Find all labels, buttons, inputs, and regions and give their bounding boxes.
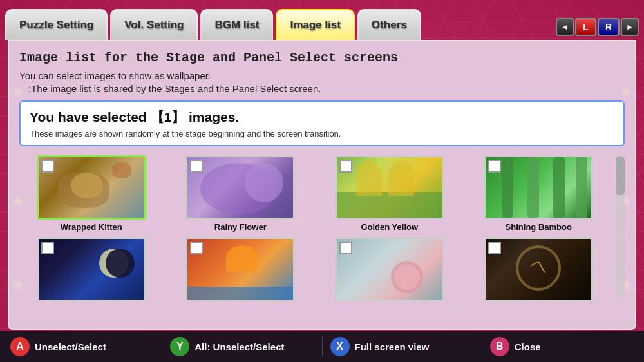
image-thumb-golden-yellow[interactable] [335, 155, 444, 220]
nav-left-arrow[interactable]: ◄ [556, 18, 574, 36]
image-item-clock[interactable] [467, 237, 611, 301]
image-label-shining-bamboo: Shining Bamboo [506, 222, 572, 232]
tab-bgm-list[interactable]: BGM list [200, 9, 273, 40]
checkbox-moon[interactable] [41, 242, 54, 254]
image-label-golden-yellow: Golden Yellow [361, 222, 418, 232]
image-thumb-clock[interactable] [484, 237, 593, 301]
divider-2 [322, 337, 323, 356]
image-thumb-wrapped-kitten[interactable] [37, 155, 146, 220]
btn-y-label: All: Unselect/Select [194, 341, 284, 352]
btn-group-y: Y All: Unselect/Select [170, 337, 314, 356]
bottom-bar: A Unselect/Select Y All: Unselect/Select… [0, 331, 644, 362]
scrollbar[interactable] [616, 155, 625, 297]
tab-puzzle-setting[interactable]: Puzzle Setting [5, 9, 108, 40]
panel-desc1: You can select images to show as wallpap… [19, 70, 625, 81]
checkbox-clock[interactable] [488, 242, 501, 254]
image-item-golden-yellow[interactable]: Golden Yellow [317, 155, 462, 232]
navigation-arrows: ◄ L R ► [556, 18, 639, 40]
tab-others[interactable]: Others [357, 9, 421, 40]
image-item-wrapped-kitten[interactable]: Wrapped Kitten [19, 155, 164, 232]
divider-1 [162, 337, 162, 356]
image-grid-container: Wrapped Kitten Rainy Flower Golden Yello… [19, 155, 625, 301]
nav-right-arrow[interactable]: ► [621, 18, 639, 36]
checkbox-rainy-flower[interactable] [190, 160, 203, 173]
checkbox-lotus[interactable] [339, 242, 352, 254]
scrollbar-thumb[interactable] [616, 157, 625, 195]
image-thumb-lotus[interactable] [335, 237, 444, 301]
main-panel: Image list for the Stage and Panel Selec… [8, 40, 636, 330]
checkbox-sunset[interactable] [190, 242, 203, 254]
selection-note: These images are shown randomly at the s… [30, 129, 614, 138]
button-x[interactable]: X [330, 337, 350, 356]
panel-title: Image list for the Stage and Panel Selec… [19, 50, 625, 65]
nav-btn-l[interactable]: L [575, 18, 596, 36]
image-item-shining-bamboo[interactable]: Shining Bamboo [467, 155, 611, 232]
image-item-lotus[interactable] [317, 237, 462, 301]
btn-a-label: Unselect/Select [35, 341, 106, 352]
checkbox-golden-yellow[interactable] [339, 160, 352, 173]
divider-3 [482, 337, 482, 356]
image-label-rainy-flower: Rainy Flower [214, 222, 267, 232]
tab-vol-setting[interactable]: Vol. Setting [110, 9, 198, 40]
button-b[interactable]: B [490, 337, 509, 356]
image-grid: Wrapped Kitten Rainy Flower Golden Yello… [19, 155, 616, 301]
panel-desc2: :The image list is shared by the Stages … [19, 83, 625, 94]
tab-bar: Puzzle Setting Vol. Setting BGM list Ima… [0, 0, 644, 40]
selection-count: You have selected 【1】 images. [30, 108, 614, 126]
selection-box: You have selected 【1】 images. These imag… [19, 100, 625, 146]
image-item-rainy-flower[interactable]: Rainy Flower [169, 155, 313, 232]
nav-btn-r[interactable]: R [598, 18, 620, 36]
image-item-moon[interactable] [19, 237, 164, 301]
btn-group-b: B Close [490, 337, 634, 356]
btn-group-x: X Full screen view [330, 337, 474, 356]
image-thumb-shining-bamboo[interactable] [484, 155, 593, 220]
image-label-wrapped-kitten: Wrapped Kitten [61, 222, 122, 232]
image-thumb-sunset[interactable] [185, 237, 295, 301]
button-y[interactable]: Y [170, 337, 189, 356]
tab-image-list[interactable]: Image list [276, 9, 354, 40]
button-a[interactable]: A [10, 337, 30, 356]
image-item-sunset[interactable] [169, 237, 313, 301]
btn-b-label: Close [515, 341, 541, 352]
checkbox-wrapped-kitten[interactable] [41, 160, 54, 173]
image-thumb-rainy-flower[interactable] [185, 155, 295, 220]
checkbox-shining-bamboo[interactable] [488, 160, 501, 173]
btn-x-label: Full screen view [355, 341, 430, 352]
image-thumb-moon[interactable] [37, 237, 146, 301]
btn-group-a: A Unselect/Select [10, 337, 154, 356]
